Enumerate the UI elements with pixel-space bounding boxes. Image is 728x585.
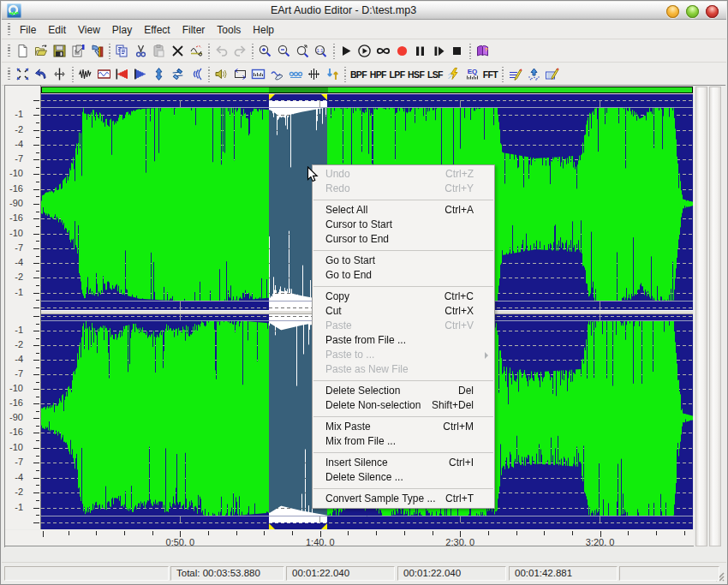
ruler-box-icon[interactable] xyxy=(250,66,267,83)
context-menu-item-copy[interactable]: CopyCtrl+C xyxy=(313,290,494,304)
context-menu-item-cut[interactable]: CutCtrl+X xyxy=(313,304,494,319)
menu-help[interactable]: Help xyxy=(247,21,280,39)
hand-wave-icon[interactable] xyxy=(269,66,286,83)
context-menu-item-label: Mix Paste xyxy=(325,421,371,433)
db-label: -2 xyxy=(15,488,23,496)
context-menu-item-paste-from-file[interactable]: Paste from File ... xyxy=(313,333,494,348)
save-file-icon[interactable] xyxy=(51,43,69,60)
redo-icon[interactable] xyxy=(231,43,248,60)
wave-window-icon[interactable] xyxy=(95,66,112,83)
play-step-icon[interactable] xyxy=(430,43,447,60)
vertical-zoom-bar[interactable] xyxy=(709,87,721,546)
context-menu-item-go-to-start[interactable]: Go to Start xyxy=(313,254,494,268)
menu-filter[interactable]: Filter xyxy=(176,21,212,39)
pencil-line-icon[interactable] xyxy=(507,66,524,83)
maximize-button[interactable] xyxy=(686,5,699,18)
vertical-scrollbar[interactable] xyxy=(695,87,707,546)
zoom-one-to-one-icon[interactable]: 1:1 xyxy=(313,43,330,60)
close-button[interactable] xyxy=(706,5,719,18)
zoom-in-icon[interactable] xyxy=(257,43,274,60)
menubar-grip-icon[interactable] xyxy=(8,23,10,37)
loop-box-icon[interactable] xyxy=(231,66,248,83)
title-bar[interactable]: EArt Audio Editor - D:\test.mp3 xyxy=(2,2,726,20)
ruler-tick xyxy=(33,374,39,375)
copy-icon[interactable] xyxy=(114,43,131,60)
db-label: -4 xyxy=(15,140,23,148)
file-properties-icon[interactable] xyxy=(70,43,87,60)
filter-lpf-button[interactable]: LPF xyxy=(388,66,405,83)
context-menu-item-delete-selection[interactable]: Delete SelectionDel xyxy=(313,384,494,398)
record-icon[interactable] xyxy=(393,43,410,60)
context-menu-item-mix-from-file[interactable]: Mix from File ... xyxy=(313,434,494,449)
toolbar-separator xyxy=(208,67,210,82)
toolbar2-grip-icon[interactable] xyxy=(8,68,10,81)
menu-play[interactable]: Play xyxy=(106,21,138,39)
noise-wave-icon[interactable] xyxy=(77,66,94,83)
invert-updown-icon[interactable] xyxy=(324,66,341,83)
context-menu-item-cursor-to-end[interactable]: Cursor to End xyxy=(313,232,494,247)
fade-left-icon[interactable] xyxy=(114,66,131,83)
echo-arcs-icon[interactable] xyxy=(188,66,205,83)
context-menu-item-go-to-end[interactable]: Go to End xyxy=(313,268,494,283)
convert-arrows-icon[interactable] xyxy=(170,66,187,83)
pause-icon[interactable] xyxy=(412,43,429,60)
multi-channel-dots-icon[interactable] xyxy=(287,66,304,83)
eq-band-icon[interactable]: EQ xyxy=(463,66,480,83)
ruler-tick xyxy=(36,367,39,368)
menu-edit[interactable]: Edit xyxy=(42,21,72,39)
wave-edit-icon[interactable] xyxy=(188,43,205,60)
context-menu-item-cursor-to-start[interactable]: Cursor to Start xyxy=(313,218,494,232)
speaker-waves-icon[interactable] xyxy=(213,66,230,83)
ruler-tick xyxy=(33,218,39,219)
marker-cursor-icon[interactable] xyxy=(51,66,69,83)
ruler-tick xyxy=(36,226,39,227)
paste-icon[interactable] xyxy=(151,43,168,60)
insert-scatter-icon[interactable] xyxy=(525,66,542,83)
new-file-icon[interactable] xyxy=(15,43,32,60)
revert-arrow-icon[interactable] xyxy=(33,66,50,83)
amplify-updown-icon[interactable] xyxy=(151,66,168,83)
filter-hsf-button[interactable]: HSF xyxy=(407,66,425,83)
undo-icon[interactable] xyxy=(213,43,230,60)
context-menu-item-insert-silence[interactable]: Insert SilenceCtrl+I xyxy=(313,456,494,470)
menu-effect[interactable]: Effect xyxy=(138,21,176,39)
ruler-tick xyxy=(33,360,39,361)
time-tick xyxy=(43,531,44,537)
filter-lsf-button[interactable]: LSF xyxy=(427,66,444,83)
pencil-box-icon[interactable] xyxy=(544,66,561,83)
context-menu-item-delete-non-selection[interactable]: Delete Non-selectionShift+Del xyxy=(313,398,494,413)
zoom-out-icon[interactable] xyxy=(276,43,293,60)
cut-icon[interactable] xyxy=(132,43,149,60)
context-menu-item-convert-sample-type[interactable]: Convert Sample Type ...Ctrl+T xyxy=(313,492,494,506)
menu-view[interactable]: View xyxy=(72,21,106,39)
expand-arrows-icon[interactable] xyxy=(15,66,32,83)
time-label: 3:20. 0 xyxy=(586,537,615,547)
help-book-icon[interactable]: ? xyxy=(474,43,491,60)
context-menu-item-select-all[interactable]: Select AllCtrl+A xyxy=(313,203,494,218)
play-icon[interactable] xyxy=(337,43,355,60)
filter-bpf-button[interactable]: BPF xyxy=(349,66,367,83)
spectral-lightning-icon[interactable] xyxy=(445,66,462,83)
tools-hammer-icon[interactable] xyxy=(88,43,105,60)
zoom-selection-icon[interactable] xyxy=(294,43,311,60)
stop-icon[interactable] xyxy=(449,43,466,60)
context-menu-item-mix-paste[interactable]: Mix PasteCtrl+M xyxy=(313,420,494,434)
filter-hpf-button[interactable]: HPF xyxy=(369,66,387,83)
open-file-icon[interactable] xyxy=(33,43,50,60)
context-menu-item-accelerator: Ctrl+I xyxy=(449,456,474,470)
play-circle-icon[interactable] xyxy=(356,43,373,60)
overview-position-bar[interactable] xyxy=(41,87,693,93)
fade-right-icon[interactable] xyxy=(132,66,149,83)
filter-fft-button[interactable]: FFT xyxy=(482,66,498,83)
menu-file[interactable]: File xyxy=(14,21,42,39)
channel-cross-icon[interactable] xyxy=(306,66,323,83)
db-label: -7 xyxy=(15,244,23,252)
loop-infinity-icon[interactable] xyxy=(374,43,391,60)
context-menu-item-delete-silence[interactable]: Delete Silence ... xyxy=(313,470,494,485)
menu-tools[interactable]: Tools xyxy=(211,21,247,39)
delete-icon[interactable] xyxy=(170,43,187,60)
minimize-button[interactable] xyxy=(666,5,679,18)
ruler-tick xyxy=(36,456,39,457)
app-icon xyxy=(7,3,21,18)
toolbar1-grip-icon[interactable] xyxy=(8,45,10,58)
